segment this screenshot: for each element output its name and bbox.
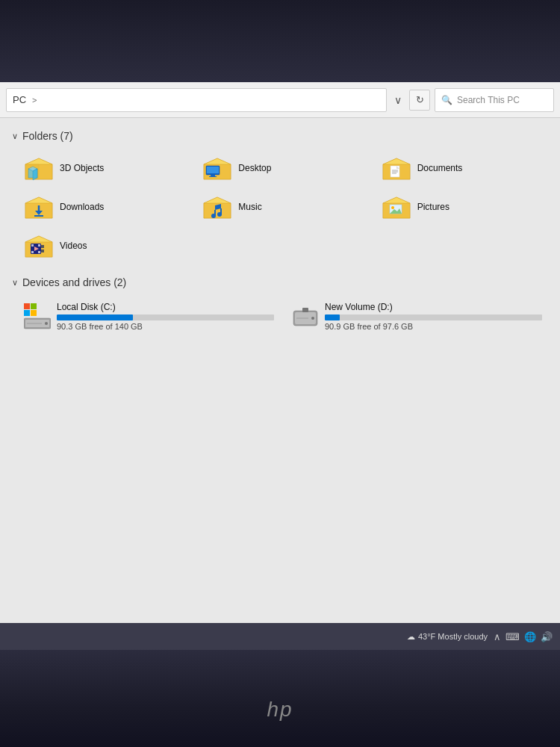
svg-point-34 (217, 212, 222, 217)
svg-rect-48 (38, 251, 40, 253)
folder-videos[interactable]: Videos (18, 229, 190, 264)
drive-d-info: New Volume (D:) 90.9 GB free of 97.6 GB (325, 302, 542, 331)
folders-section-title: Folders (7) (22, 130, 73, 142)
folder-music-icon (202, 194, 232, 221)
svg-rect-53 (31, 303, 37, 309)
folder-videos-icon (24, 233, 54, 260)
folders-chevron: ∨ (12, 131, 18, 141)
folder-downloads-icon (24, 194, 54, 221)
svg-rect-54 (24, 310, 30, 316)
drive-d-header: New Volume (D:) 90.9 GB free of 97.6 GB (292, 302, 542, 331)
svg-rect-62 (302, 308, 308, 312)
drive-c-info: Local Disk (C:) 90.3 GB free of 140 GB (57, 302, 274, 331)
folder-music[interactable]: Music (196, 190, 369, 226)
folder-pictures[interactable]: Pictures (376, 190, 548, 226)
taskbar-volume-icon[interactable]: 🔊 (541, 631, 553, 642)
drive-d[interactable]: New Volume (D:) 90.9 GB free of 97.6 GB (286, 297, 548, 335)
drive-d-name: New Volume (D:) (325, 302, 542, 312)
search-placeholder: Search This PC (457, 95, 520, 105)
folder-pictures-label: Pictures (417, 202, 449, 214)
folder-documents[interactable]: Documents (376, 151, 548, 187)
drive-d-free: 90.9 GB free of 97.6 GB (325, 322, 542, 331)
folder-documents-label: Documents (417, 163, 463, 175)
taskbar-network-icon[interactable]: 🌐 (524, 631, 536, 642)
folder-music-label: Music (238, 202, 261, 214)
drive-c-header: Local Disk (C:) 90.3 GB free of 140 GB (24, 302, 274, 331)
drive-c-icon (24, 303, 51, 330)
svg-rect-55 (31, 310, 37, 316)
svg-rect-45 (31, 244, 34, 247)
folder-desktop-icon (202, 155, 232, 182)
svg-point-39 (391, 206, 394, 209)
svg-rect-13 (209, 176, 217, 177)
weather-text: 43°F Mostly cloudy (418, 632, 488, 641)
svg-rect-50 (41, 245, 44, 248)
devices-chevron: ∨ (12, 278, 18, 288)
folder-downloads-label: Downloads (60, 202, 104, 214)
folder-desktop-label: Desktop (238, 163, 271, 175)
folder-videos-label: Videos (60, 241, 87, 252)
devices-section-header[interactable]: ∨ Devices and drives (2) (12, 276, 548, 288)
folder-3d-objects[interactable]: 3D Objects (18, 151, 190, 187)
main-content: ∨ Folders (7) (0, 118, 560, 623)
folder-pictures-icon (382, 194, 411, 221)
address-bar: PC > ∨ ↻ 🔍 Search This PC (0, 82, 560, 118)
folder-3d-objects-icon (24, 155, 54, 182)
svg-point-33 (211, 214, 216, 218)
dropdown-chevron[interactable]: ∨ (391, 94, 405, 106)
svg-rect-46 (31, 251, 34, 253)
taskbar-keyboard-icon[interactable]: ⌨ (505, 631, 520, 642)
path-text: PC (13, 94, 26, 105)
refresh-button[interactable]: ↻ (409, 90, 430, 111)
taskbar-weather: ☁ 43°F Mostly cloudy (407, 632, 488, 642)
taskbar-system-icons: ∧ ⌨ 🌐 🔊 (494, 631, 553, 642)
address-path[interactable]: PC > (6, 88, 387, 112)
folder-downloads[interactable]: Downloads (18, 190, 190, 226)
svg-rect-12 (211, 175, 215, 176)
folders-section-header[interactable]: ∨ Folders (7) (12, 130, 548, 142)
monitor-top-bezel (0, 0, 560, 82)
folder-3d-objects-label: 3D Objects (60, 163, 104, 175)
svg-point-63 (311, 317, 314, 320)
hp-logo: hp (267, 698, 293, 722)
svg-rect-11 (207, 167, 219, 173)
svg-rect-47 (38, 244, 40, 247)
folder-desktop[interactable]: Desktop (196, 151, 369, 187)
taskbar-right: ☁ 43°F Mostly cloudy ∧ ⌨ 🌐 🔊 (407, 631, 553, 642)
drive-d-bar-fill (325, 314, 340, 320)
drive-c-free: 90.3 GB free of 140 GB (57, 322, 274, 331)
taskbar-arrow-icon[interactable]: ∧ (494, 631, 501, 642)
monitor-bottom-bezel: hp (0, 650, 560, 747)
folder-documents-icon (382, 155, 411, 182)
folders-grid: 3D Objects (12, 151, 548, 264)
search-box[interactable]: 🔍 Search This PC (435, 88, 554, 112)
svg-point-58 (45, 322, 48, 325)
svg-rect-51 (41, 249, 44, 252)
drive-c[interactable]: Local Disk (C:) 90.3 GB free of 140 GB (18, 297, 280, 335)
drive-c-bar-container (57, 314, 274, 320)
svg-rect-52 (24, 303, 30, 309)
drive-d-icon (292, 303, 319, 330)
path-chevron: > (29, 96, 40, 105)
weather-icon: ☁ (407, 632, 415, 642)
search-icon: 🔍 (441, 95, 452, 105)
drive-c-name: Local Disk (C:) (57, 302, 274, 312)
drive-c-bar-fill (57, 314, 133, 320)
devices-section-title: Devices and drives (2) (22, 276, 126, 288)
drive-d-bar-container (325, 314, 542, 320)
devices-grid: Local Disk (C:) 90.3 GB free of 140 GB (12, 297, 548, 335)
taskbar: ☁ 43°F Mostly cloudy ∧ ⌨ 🌐 🔊 (0, 623, 560, 650)
screen: PC > ∨ ↻ 🔍 Search This PC ∨ Folders (7) (0, 82, 560, 650)
